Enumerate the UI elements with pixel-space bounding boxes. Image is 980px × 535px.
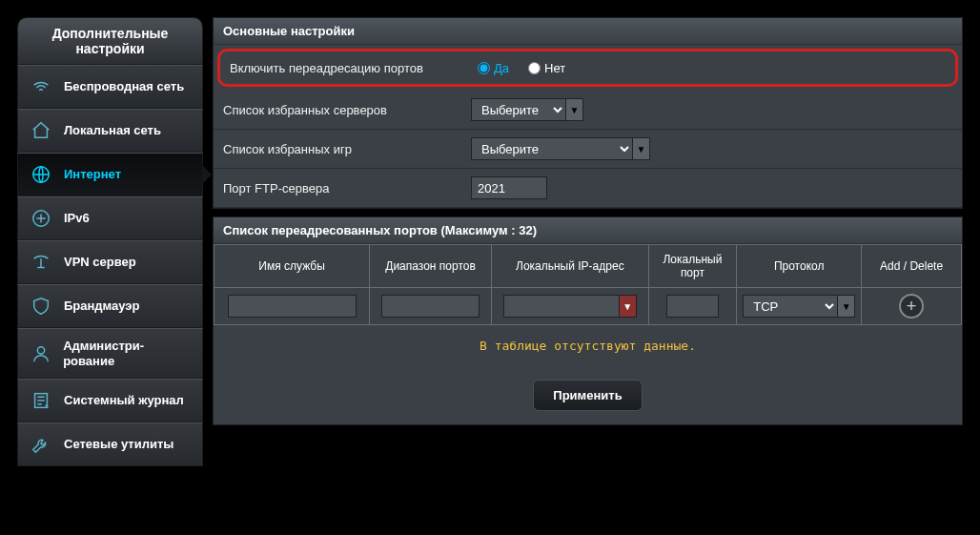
favorite-servers-select[interactable]: Выберите xyxy=(471,98,566,121)
col-local-port: Локальный порт xyxy=(648,245,737,288)
sidebar-item-ipv6[interactable]: IPv6 xyxy=(17,196,203,240)
log-icon xyxy=(30,389,52,412)
sidebar-item-syslog[interactable]: Системный журнал xyxy=(17,379,203,422)
apply-row: Применить xyxy=(214,366,962,424)
radio-no[interactable]: Нет xyxy=(528,61,565,75)
main-content: Основные настройки Включить переадресаци… xyxy=(213,17,963,466)
sidebar-item-lan[interactable]: Локальная сеть xyxy=(17,109,203,153)
wifi-icon xyxy=(30,75,52,98)
port-forward-header: Список переадресованных портов (Максимум… xyxy=(214,217,962,244)
port-forward-table: Имя службы Диапазон портов Локальный IP-… xyxy=(214,244,962,325)
favorite-servers-row: Список избранных серверов Выберите ▼ xyxy=(214,91,962,130)
shield-icon xyxy=(30,295,52,318)
vpn-icon xyxy=(30,251,52,274)
person-icon xyxy=(30,342,51,365)
basic-settings-header: Основные настройки xyxy=(214,18,962,45)
ftp-port-row: Порт FTP-сервера xyxy=(214,169,962,208)
svg-point-2 xyxy=(37,346,44,353)
enable-port-forwarding-row: Включить переадресацию портов Да Нет xyxy=(217,49,958,87)
radio-no-input[interactable] xyxy=(528,62,541,74)
sidebar-item-internet[interactable]: Интернет xyxy=(17,153,203,196)
ftp-port-input[interactable] xyxy=(471,176,547,199)
col-range: Диапазон портов xyxy=(370,245,492,288)
sidebar-item-admin[interactable]: Администри-рование xyxy=(17,328,203,379)
sidebar-item-firewall[interactable]: Брандмауэр xyxy=(17,284,203,328)
favorite-servers-label: Список избранных серверов xyxy=(223,103,471,117)
favorite-games-label: Список избранных игр xyxy=(223,142,471,156)
sidebar-item-tools[interactable]: Сетевые утилиты xyxy=(17,422,203,466)
sidebar-item-label: Беспроводная сеть xyxy=(64,79,184,94)
table-row: ▼ TCP ▼ + xyxy=(214,288,962,325)
sidebar-item-label: VPN сервер xyxy=(64,255,136,270)
sidebar-item-vpn[interactable]: VPN сервер xyxy=(17,240,203,284)
protocol-select[interactable]: TCP xyxy=(743,295,838,318)
col-protocol: Протокол xyxy=(737,245,862,288)
sidebar-item-label: Брандмауэр xyxy=(64,298,139,314)
local-port-input[interactable] xyxy=(666,295,720,318)
sidebar-item-label: Сетевые утилиты xyxy=(64,437,174,452)
add-button[interactable]: + xyxy=(899,294,924,319)
sidebar: Дополнительные настройки Беспроводная се… xyxy=(17,17,203,466)
basic-settings-panel: Основные настройки Включить переадресаци… xyxy=(213,17,963,209)
col-actions: Add / Delete xyxy=(862,245,962,288)
chevron-down-icon: ▼ xyxy=(633,137,650,160)
sidebar-item-label: Администри-рование xyxy=(63,339,191,368)
chevron-down-icon: ▼ xyxy=(838,295,855,318)
range-input[interactable] xyxy=(381,295,480,318)
empty-table-msg: В таблице отсутствуют данные. xyxy=(214,325,962,366)
ipv6-icon xyxy=(30,207,52,230)
sidebar-item-wireless[interactable]: Беспроводная сеть xyxy=(17,65,203,109)
home-icon xyxy=(30,119,52,142)
enable-label: Включить переадресацию портов xyxy=(230,61,478,75)
sidebar-item-label: Системный журнал xyxy=(64,393,184,408)
wrench-icon xyxy=(30,433,52,456)
favorite-games-select[interactable]: Выберите xyxy=(471,137,633,160)
sidebar-item-label: IPv6 xyxy=(64,211,90,226)
sidebar-item-label: Локальная сеть xyxy=(64,123,161,138)
ftp-port-label: Порт FTP-сервера xyxy=(223,181,471,195)
sidebar-title: Дополнительные настройки xyxy=(17,17,203,65)
favorite-games-row: Список избранных игр Выберите ▼ xyxy=(214,130,962,169)
globe-icon xyxy=(30,163,52,186)
radio-yes-input[interactable] xyxy=(478,62,490,74)
chevron-down-icon[interactable]: ▼ xyxy=(620,295,637,318)
chevron-down-icon: ▼ xyxy=(566,98,583,121)
service-input[interactable] xyxy=(228,295,357,318)
col-local-ip: Локальный IP-адрес xyxy=(492,245,649,288)
port-forward-panel: Список переадресованных портов (Максимум… xyxy=(213,216,963,425)
radio-yes[interactable]: Да xyxy=(478,61,509,75)
apply-button[interactable]: Применить xyxy=(533,380,642,411)
sidebar-item-label: Интернет xyxy=(64,167,121,182)
local-ip-input[interactable] xyxy=(503,295,620,318)
col-service: Имя службы xyxy=(214,245,370,288)
